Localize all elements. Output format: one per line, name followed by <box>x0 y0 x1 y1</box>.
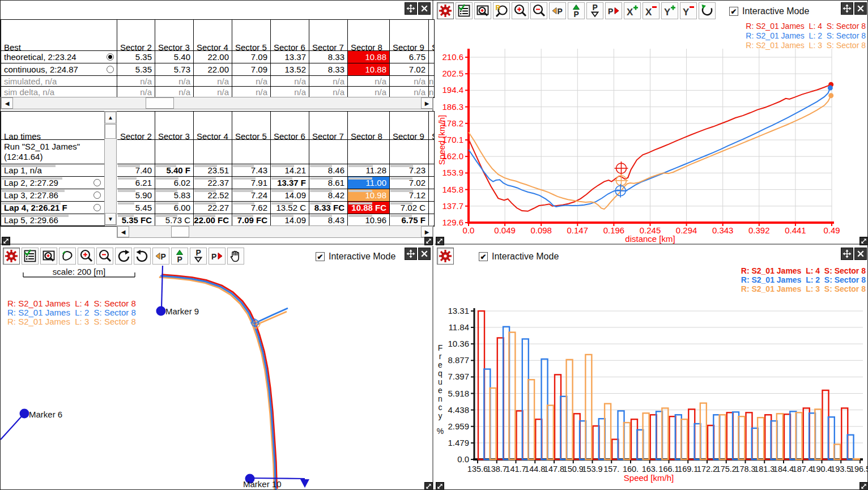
zoomr-button[interactable]: R <box>493 2 510 19</box>
track-button[interactable] <box>59 248 76 265</box>
resize-grip[interactable] <box>860 482 868 490</box>
rotccw-button[interactable] <box>134 248 151 265</box>
svg-text:0.441: 0.441 <box>785 225 806 235</box>
sector-cell: n/a <box>194 87 232 97</box>
svg-text:129.6: 129.6 <box>442 218 463 227</box>
move-panel-button[interactable] <box>405 248 417 260</box>
resize-grip[interactable] <box>2 237 10 245</box>
close-icon <box>420 4 429 13</box>
pleft-button[interactable]: P <box>549 2 566 19</box>
interactive-mode-toggle[interactable]: ✔ Interactive Mode <box>316 248 395 265</box>
sector-cell: 5.73 <box>155 63 194 76</box>
svg-text:1.479: 1.479 <box>448 438 469 448</box>
interactive-mode-checkbox[interactable]: ✔ <box>316 252 325 261</box>
svg-text:10.36: 10.36 <box>448 339 469 348</box>
pup-button[interactable]: P <box>568 2 585 19</box>
sector-cell: 5.40 <box>155 51 194 63</box>
xplus-button[interactable]: X <box>624 2 641 19</box>
column-header: Sector 9 <box>390 112 429 140</box>
add-marker-icon: P <box>569 3 584 18</box>
interactive-mode-checkbox[interactable]: ✔ <box>729 7 738 16</box>
resize-grip[interactable] <box>860 237 868 245</box>
row-radio-button[interactable] <box>93 204 101 211</box>
drop-marker-icon: P <box>588 3 602 18</box>
move-panel-button[interactable] <box>841 2 853 15</box>
svg-text:0.0: 0.0 <box>457 454 469 464</box>
column-header: Sector 3 <box>155 112 194 140</box>
zoomout-button[interactable] <box>530 2 547 19</box>
gear-button[interactable] <box>437 248 454 265</box>
sector-cell: 8.61 <box>309 177 348 189</box>
column-header: S <box>429 112 435 140</box>
yminus-button[interactable]: Y <box>680 2 697 19</box>
svg-text:145.8: 145.8 <box>442 185 463 194</box>
cell-bar <box>156 202 178 204</box>
move-panel-button[interactable] <box>405 2 417 15</box>
interactive-mode-label: Interactive Mode <box>329 252 395 262</box>
pup-button[interactable]: P <box>171 248 188 265</box>
interactive-mode-toggle[interactable]: ✔ Interactive Mode <box>729 3 809 20</box>
zoomin-button[interactable] <box>512 2 529 19</box>
interactive-mode-toggle[interactable]: ✔ Interactive Mode <box>479 248 559 265</box>
sector-cell: 5.35 FC <box>117 214 155 226</box>
close-panel-button[interactable] <box>418 2 431 15</box>
rotcw-button[interactable] <box>115 248 132 265</box>
resize-grip[interactable] <box>424 237 433 245</box>
svg-text:11.84: 11.84 <box>449 322 469 332</box>
best-table-hscrollbar[interactable]: ◀▶ <box>1 97 433 109</box>
resize-grip[interactable] <box>424 482 433 490</box>
scroll-left-button[interactable]: ◀ <box>1 97 13 109</box>
close-panel-button[interactable] <box>854 2 867 15</box>
checklist-button[interactable] <box>456 2 473 19</box>
scroll-down-button[interactable]: ▼ <box>105 213 116 225</box>
scroll-up-button[interactable]: ▲ <box>105 112 116 123</box>
zoomdoc-button[interactable] <box>40 248 57 265</box>
checklist-button[interactable] <box>22 248 39 265</box>
cell-bar <box>310 165 332 167</box>
scroll-right-button[interactable]: ▶ <box>421 97 433 109</box>
sector-cell: 10.96 <box>348 214 390 226</box>
scroll-right-button[interactable]: ▶ <box>421 226 433 237</box>
pdown-button[interactable]: P <box>190 248 207 265</box>
lap-table-hscrollbar[interactable]: ◀▶ <box>117 225 433 238</box>
sector-cell: 6.00 <box>155 202 194 214</box>
cell-bar <box>118 190 135 192</box>
zoom-in-icon <box>79 249 93 263</box>
hand-button[interactable] <box>227 248 244 265</box>
move-panel-button[interactable] <box>841 248 853 260</box>
row-radio-button[interactable] <box>107 66 114 73</box>
pleft-button[interactable]: P <box>152 248 169 265</box>
resize-grip[interactable] <box>436 482 444 490</box>
scroll-thumb[interactable] <box>105 124 116 139</box>
pright-button[interactable]: P <box>605 2 622 19</box>
sector-cell <box>429 214 435 226</box>
row-radio-button[interactable] <box>93 191 101 199</box>
lap-table-vscrollbar[interactable]: ▲▼ <box>104 111 117 225</box>
close-panel-button[interactable] <box>418 248 431 260</box>
interactive-mode-checkbox[interactable]: ✔ <box>479 252 488 261</box>
sector-cell <box>429 189 435 202</box>
row-radio-button[interactable] <box>93 179 101 186</box>
yplus-button[interactable]: Y <box>661 2 678 19</box>
pdown-button[interactable]: P <box>586 2 603 19</box>
pright-button[interactable]: P <box>209 248 225 265</box>
scroll-thumb[interactable] <box>171 226 189 237</box>
zoomin-button[interactable] <box>78 248 95 265</box>
reset-button[interactable] <box>699 2 716 19</box>
close-panel-button[interactable] <box>854 248 867 260</box>
scroll-thumb[interactable] <box>146 97 174 109</box>
scroll-left-button[interactable]: ◀ <box>117 226 129 237</box>
sector-cell: 5.40 F <box>155 164 194 177</box>
sector-cell: n/a <box>348 87 390 97</box>
svg-text:141.7: 141.7 <box>505 465 526 474</box>
resize-grip[interactable] <box>436 237 444 245</box>
gear-button[interactable] <box>437 2 454 19</box>
svg-text:8.877: 8.877 <box>448 355 469 365</box>
sector-cell: 7.62 <box>232 202 271 214</box>
zoomdoc-button[interactable] <box>474 2 491 19</box>
zoomout-button[interactable] <box>96 248 113 265</box>
sector-cell: n/a <box>309 76 348 87</box>
xminus-button[interactable]: X <box>643 2 659 19</box>
row-radio-button[interactable] <box>107 53 114 61</box>
gear-button[interactable] <box>3 248 20 265</box>
